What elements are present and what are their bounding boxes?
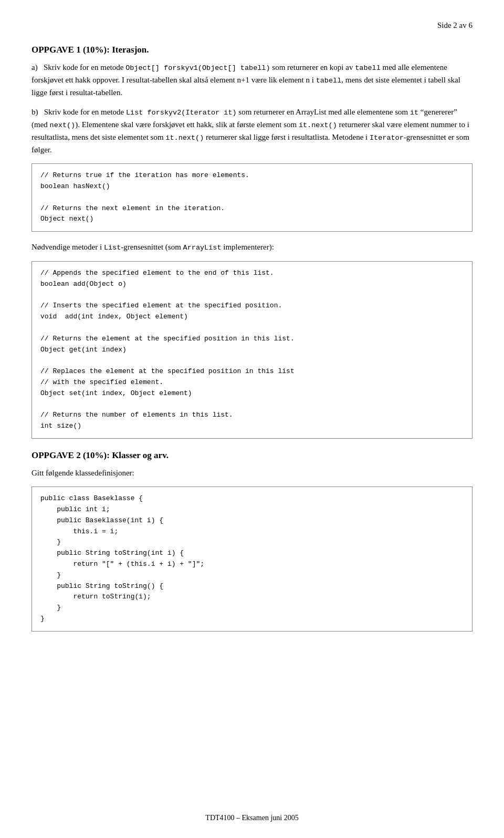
footer: TDT4100 – Eksamen juni 2005 [0, 814, 504, 822]
code-box-iterator: // Returns true if the iteration has mor… [32, 163, 472, 232]
part-b-code5: it.next() [165, 134, 204, 142]
footer-text: TDT4100 – Eksamen juni 2005 [205, 814, 298, 822]
part-a-text1: Skriv kode for en metode [44, 63, 125, 71]
code-box-list: // Appends the specified element to the … [32, 261, 472, 439]
part-b-text2: som returnerer en ArrayList med alle ele… [237, 108, 410, 116]
page-info: Side 2 av 6 [437, 21, 472, 29]
section-2: OPPGAVE 2 (10%): Klasser og arv. Gitt fø… [32, 450, 472, 632]
part-a-code2: tabell [355, 64, 381, 72]
part-a-label: a) [32, 63, 41, 71]
part-a-code1: Object[] forskyv1(Object[] tabell) [125, 64, 270, 72]
section-1-title: OPPGAVE 1 (10%): Iterasjon. [32, 45, 472, 55]
part-b-label: b) [32, 108, 42, 116]
part-b-text: b) Skriv kode for en metode List forskyv… [32, 106, 472, 156]
list-grensesnittet-text: Nødvendige metoder i List-grensesnittet … [32, 241, 472, 254]
list-text3: implementerer): [222, 243, 274, 251]
page-header: Side 2 av 6 [32, 21, 472, 30]
list-text2: -grensesnittet (som [121, 243, 183, 251]
part-b-text4: ). Elementene skal være forskjøvet ett h… [75, 120, 299, 129]
part-b-text6: returnerer skal ligge først i resultatli… [204, 133, 370, 141]
list-code1: List [104, 244, 121, 252]
part-b-code3: next() [50, 121, 76, 129]
list-text1: Nødvendige metoder i [32, 243, 104, 251]
part-b-text1: Skriv kode for en metode [44, 108, 126, 116]
part-b-code4: it.next() [299, 121, 337, 129]
code-box-baseklasse: public class Baseklasse { public int i; … [32, 487, 472, 632]
part-b: b) Skriv kode for en metode List forskyv… [32, 106, 472, 439]
part-a-code3: tabell [316, 77, 342, 85]
part-b-code1: List forskyv2(Iterator it) [126, 109, 237, 117]
section-2-intro: Gitt følgende klassedefinisjoner: [32, 467, 472, 479]
part-b-code2: it [410, 109, 418, 117]
part-a-text: a) Skriv kode for en metode Object[] for… [32, 61, 472, 99]
part-b-code6: Iterator [370, 134, 404, 142]
list-code2: ArrayList [183, 244, 222, 252]
section-1: OPPGAVE 1 (10%): Iterasjon. a) Skriv kod… [32, 45, 472, 439]
part-a: a) Skriv kode for en metode Object[] for… [32, 61, 472, 99]
part-a-text2: som returnerer en kopi av [270, 63, 355, 71]
section-2-title: OPPGAVE 2 (10%): Klasser og arv. [32, 450, 472, 461]
